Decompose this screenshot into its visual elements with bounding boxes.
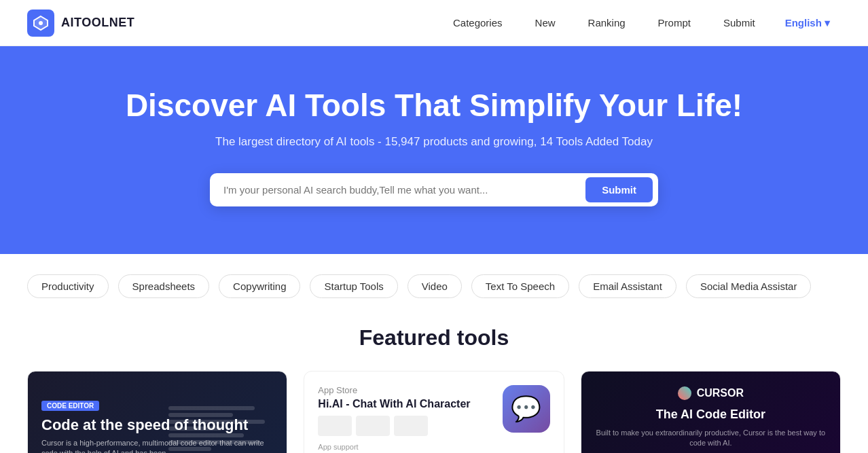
tag-text-to-speech[interactable]: Text To Speech bbox=[471, 274, 569, 298]
nav-categories[interactable]: Categories bbox=[439, 12, 516, 34]
tags-section: Productivity Spreadsheets Copywriting St… bbox=[0, 254, 868, 319]
card-hiai-brand: App Store bbox=[318, 385, 491, 395]
nav-ranking[interactable]: Ranking bbox=[575, 12, 639, 34]
tag-spreadsheets[interactable]: Spreadsheets bbox=[118, 274, 210, 298]
card-hiai[interactable]: App Store Hi.AI - Chat With AI Character… bbox=[304, 371, 564, 453]
tag-video[interactable]: Video bbox=[408, 274, 462, 298]
card-cursor[interactable]: CODE EDITOR Code at the speed of thought… bbox=[27, 371, 287, 453]
nav-new[interactable]: New bbox=[522, 12, 569, 34]
hero-section: Discover AI Tools That Simplify Your Lif… bbox=[0, 46, 868, 254]
card-ai-code-editor-brand: CURSOR bbox=[697, 387, 744, 399]
card-ai-code-editor-title: The AI Code Editor bbox=[595, 407, 827, 422]
card-ai-code-editor-content: CURSOR The AI Code Editor Built to make … bbox=[595, 386, 827, 453]
card-hiai-title: Hi.AI - Chat With AI Character bbox=[318, 398, 491, 410]
featured-section: Featured tools CODE EDITOR Code at the s… bbox=[0, 319, 868, 453]
nav-prompt[interactable]: Prompt bbox=[645, 12, 704, 34]
logo-text: AITOOLNET bbox=[61, 16, 134, 30]
logo-icon bbox=[27, 10, 54, 37]
card-cursor-decoration bbox=[158, 372, 287, 453]
tag-email-assistant[interactable]: Email Assistant bbox=[579, 274, 676, 298]
logo-dot bbox=[678, 386, 691, 400]
tag-startup-tools[interactable]: Startup Tools bbox=[310, 274, 397, 298]
card-ai-code-editor-logo: CURSOR bbox=[595, 386, 827, 400]
navbar: AITOOLNET Categories New Ranking Prompt … bbox=[0, 0, 868, 46]
tag-social-media[interactable]: Social Media Assistar bbox=[686, 274, 812, 298]
card-hiai-icon: 💬 bbox=[503, 385, 550, 433]
hero-subtitle: The largest directory of AI tools - 15,9… bbox=[27, 135, 841, 149]
card-hiai-left: App Store Hi.AI - Chat With AI Character… bbox=[318, 385, 491, 453]
search-input[interactable] bbox=[223, 179, 585, 201]
cards-grid: CODE EDITOR Code at the speed of thought… bbox=[27, 371, 841, 453]
search-submit-button[interactable]: Submit bbox=[585, 177, 653, 202]
tag-productivity[interactable]: Productivity bbox=[27, 274, 109, 298]
card-ai-code-editor-subtitle: Built to make you extraordinarily produc… bbox=[595, 428, 827, 449]
card-ai-code-editor[interactable]: CURSOR The AI Code Editor Built to make … bbox=[581, 371, 841, 453]
tag-copywriting[interactable]: Copywriting bbox=[219, 274, 300, 298]
nav-links: Categories New Ranking Prompt Submit Eng… bbox=[439, 12, 841, 35]
nav-submit[interactable]: Submit bbox=[710, 12, 769, 34]
card-cursor-tag: CODE EDITOR bbox=[41, 401, 99, 411]
hero-title: Discover AI Tools That Simplify Your Lif… bbox=[27, 87, 841, 124]
logo[interactable]: AITOOLNET bbox=[27, 10, 134, 37]
nav-language[interactable]: English ▾ bbox=[774, 12, 841, 35]
featured-title: Featured tools bbox=[27, 325, 841, 350]
svg-point-1 bbox=[39, 21, 43, 25]
search-bar: Submit bbox=[210, 173, 658, 206]
